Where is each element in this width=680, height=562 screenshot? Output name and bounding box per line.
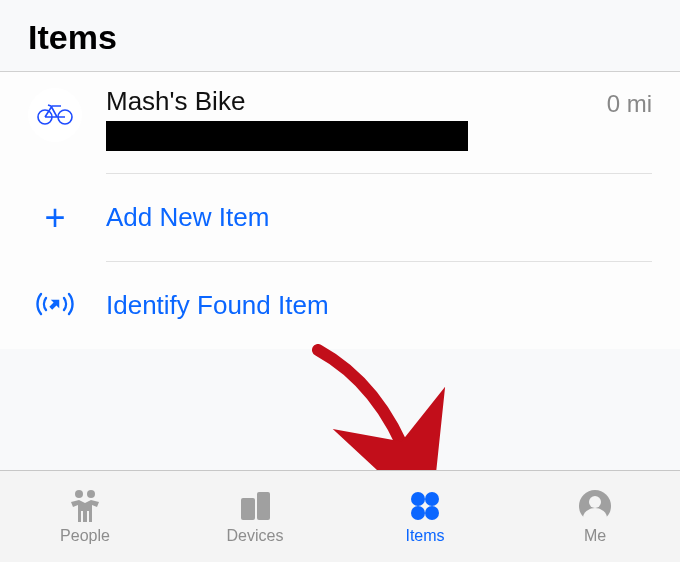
- page-title: Items: [28, 18, 652, 57]
- add-icon-holder: +: [28, 191, 82, 245]
- signal-icon: [35, 284, 75, 328]
- svg-point-9: [425, 506, 439, 520]
- items-icon: [408, 488, 442, 524]
- identify-icon-holder: [28, 279, 82, 333]
- svg-rect-4: [241, 498, 255, 520]
- item-row[interactable]: Mash's Bike 0 mi: [0, 72, 680, 174]
- tab-devices-label: Devices: [227, 527, 284, 545]
- me-icon: [578, 488, 612, 524]
- bike-icon: [37, 101, 73, 129]
- add-item-row[interactable]: + Add New Item: [0, 174, 680, 262]
- svg-point-8: [411, 506, 425, 520]
- tab-me-label: Me: [584, 527, 606, 545]
- svg-point-11: [589, 496, 601, 508]
- devices-icon: [237, 488, 273, 524]
- add-item-label: Add New Item: [106, 202, 652, 233]
- svg-point-2: [75, 490, 83, 498]
- people-icon: [65, 488, 105, 524]
- identify-item-label: Identify Found Item: [106, 290, 652, 321]
- item-subtitle-redacted: [106, 121, 468, 151]
- header: Items: [0, 0, 680, 72]
- tab-people[interactable]: People: [0, 471, 170, 562]
- tab-people-label: People: [60, 527, 110, 545]
- svg-point-7: [425, 492, 439, 506]
- content-list: Mash's Bike 0 mi + Add New Item: [0, 72, 680, 349]
- tab-bar: People Devices Items: [0, 470, 680, 562]
- tab-items[interactable]: Items: [340, 471, 510, 562]
- svg-rect-5: [257, 492, 270, 520]
- item-name: Mash's Bike: [106, 86, 468, 117]
- item-distance: 0 mi: [607, 90, 652, 118]
- tab-devices[interactable]: Devices: [170, 471, 340, 562]
- tab-me[interactable]: Me: [510, 471, 680, 562]
- item-icon-holder: [28, 88, 82, 142]
- plus-icon: +: [44, 200, 65, 236]
- svg-point-6: [411, 492, 425, 506]
- identify-item-row[interactable]: Identify Found Item: [0, 262, 680, 349]
- tab-items-label: Items: [405, 527, 444, 545]
- svg-point-3: [87, 490, 95, 498]
